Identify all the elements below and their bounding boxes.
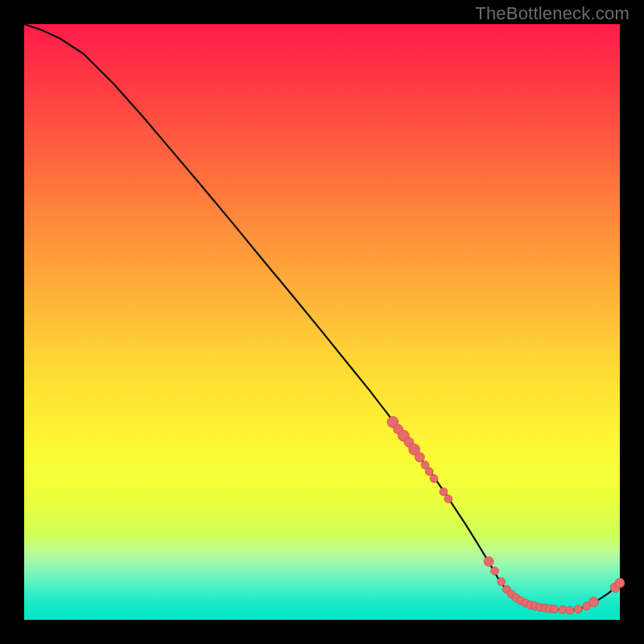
- attribution-text: TheBottleneck.com: [475, 3, 630, 24]
- data-marker: [415, 452, 424, 462]
- data-marker: [491, 567, 499, 575]
- data-marker: [444, 495, 452, 503]
- chart-svg: [24, 24, 620, 620]
- data-marker: [588, 597, 598, 607]
- data-marker: [484, 556, 493, 566]
- data-marker: [615, 578, 625, 588]
- marker-group: [387, 416, 625, 614]
- data-marker: [559, 605, 567, 613]
- data-marker: [440, 488, 448, 496]
- data-marker: [430, 475, 438, 483]
- data-marker: [497, 578, 506, 586]
- data-marker: [574, 605, 582, 613]
- data-marker: [551, 605, 559, 613]
- bottleneck-curve-line: [24, 24, 620, 610]
- plot-area: [24, 24, 620, 620]
- data-marker: [425, 468, 433, 476]
- chart-frame: TheBottleneck.com: [0, 0, 644, 644]
- data-marker: [566, 606, 574, 614]
